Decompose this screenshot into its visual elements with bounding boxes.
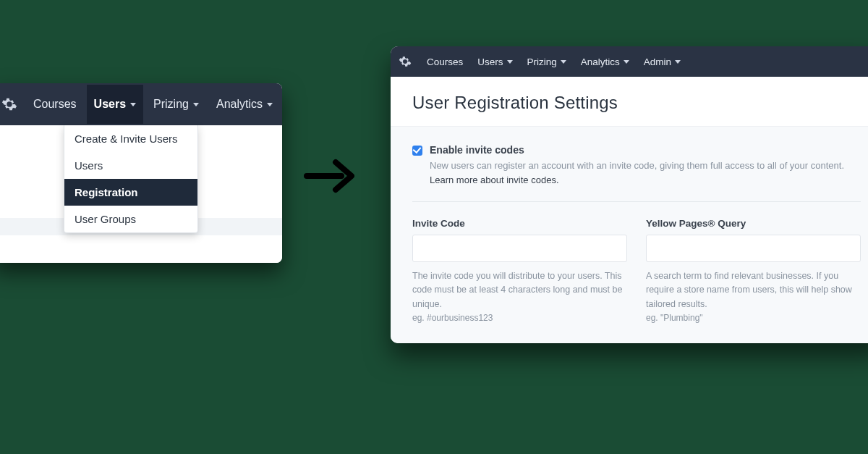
nav-admin[interactable]: Admin xyxy=(637,48,688,76)
nav-dropdown-panel: Courses Users Prizing Analytics Create &… xyxy=(0,83,282,263)
settings-body: Enable invite codes New users can regist… xyxy=(391,127,868,343)
dropdown-user-groups[interactable]: User Groups xyxy=(64,206,197,232)
invite-code-help: The invite code you will distribute to y… xyxy=(412,269,627,311)
top-nav: Courses Users Prizing Analytics xyxy=(0,83,282,125)
invite-code-label: Invite Code xyxy=(412,218,627,229)
fields-row: Invite Code The invite code you will dis… xyxy=(412,218,861,323)
nav-analytics[interactable]: Analytics xyxy=(209,85,280,124)
nav-label: Admin xyxy=(644,56,671,67)
arrow-right-icon xyxy=(304,158,354,194)
nav-prizing[interactable]: Prizing xyxy=(146,85,206,124)
nav-users[interactable]: Users xyxy=(87,85,143,124)
nav-courses[interactable]: Courses xyxy=(420,48,470,76)
invite-code-field: Invite Code The invite code you will dis… xyxy=(412,218,627,323)
nav-analytics-label: Analytics xyxy=(216,98,263,111)
enable-invite-codes-label: Enable invite codes xyxy=(430,144,861,156)
invite-code-example: eg. #ourbusiness123 xyxy=(412,313,627,323)
nav-label: Analytics xyxy=(581,56,620,67)
users-dropdown: Create & Invite Users Users Registration… xyxy=(64,125,198,233)
nav-prizing[interactable]: Prizing xyxy=(520,48,574,76)
nav-label: Courses xyxy=(427,56,463,67)
page-title: User Registration Settings xyxy=(412,93,861,113)
nav-analytics[interactable]: Analytics xyxy=(574,48,637,76)
yp-query-example: eg. "Plumbing" xyxy=(646,313,861,323)
settings-panel: Courses Users Prizing Analytics Admin Us… xyxy=(391,46,868,343)
yp-query-input[interactable] xyxy=(646,235,861,262)
chevron-down-icon xyxy=(624,60,629,64)
chevron-down-icon xyxy=(130,103,136,106)
chevron-down-icon xyxy=(267,103,273,106)
chevron-down-icon xyxy=(561,60,566,64)
learn-more-link[interactable]: Learn more about invite codes. xyxy=(430,175,559,185)
yp-query-help: A search term to find relevant businesse… xyxy=(646,269,861,311)
nav-courses[interactable]: Courses xyxy=(26,85,84,124)
nav-label: Prizing xyxy=(527,56,557,67)
logo-gear-icon xyxy=(398,54,412,69)
dropdown-registration[interactable]: Registration xyxy=(64,179,197,206)
chevron-down-icon xyxy=(193,103,199,106)
enable-invite-codes-help: New users can register an account with a… xyxy=(430,159,861,187)
nav-label: Users xyxy=(477,56,503,67)
nav-users[interactable]: Users xyxy=(470,48,519,76)
nav-prizing-label: Prizing xyxy=(153,98,189,111)
nav-courses-label: Courses xyxy=(33,98,77,111)
yp-query-field: Yellow Pages® Query A search term to fin… xyxy=(646,218,861,323)
page-header: User Registration Settings xyxy=(391,77,868,127)
logo-gear-icon xyxy=(1,96,17,112)
yp-query-label: Yellow Pages® Query xyxy=(646,218,861,229)
invite-code-input[interactable] xyxy=(412,235,627,262)
enable-invite-codes-checkbox[interactable] xyxy=(412,146,422,156)
top-nav: Courses Users Prizing Analytics Admin xyxy=(391,46,868,77)
help-text: New users can register an account with a… xyxy=(430,160,844,171)
nav-users-label: Users xyxy=(94,98,126,111)
enable-invite-codes-row: Enable invite codes New users can regist… xyxy=(412,144,861,202)
chevron-down-icon xyxy=(675,60,681,64)
chevron-down-icon xyxy=(507,60,513,64)
dropdown-users[interactable]: Users xyxy=(64,152,197,179)
dropdown-create-invite[interactable]: Create & Invite Users xyxy=(64,125,197,152)
